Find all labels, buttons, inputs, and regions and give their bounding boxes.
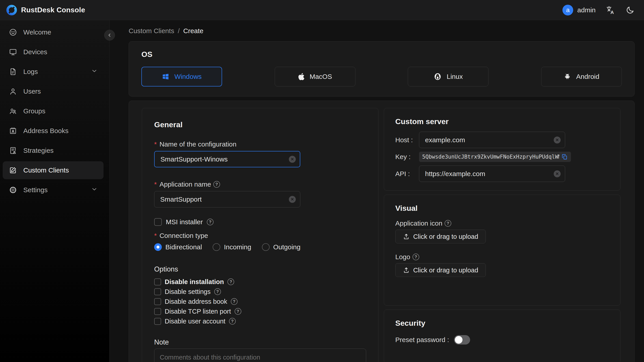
disable-installation-checkbox[interactable] <box>154 278 161 286</box>
clear-icon[interactable]: ✕ <box>554 136 561 143</box>
avatar[interactable]: a <box>562 5 573 16</box>
host-label: Host : <box>395 136 419 144</box>
sidebar-item-custom-clients[interactable]: Custom Clients <box>3 161 104 179</box>
language-icon[interactable]: A <box>606 5 615 15</box>
msi-installer-checkbox[interactable] <box>154 218 162 226</box>
sidebar-item-users[interactable]: Users <box>3 82 104 100</box>
application-name-label: * Application name ? <box>154 180 366 189</box>
visual-title: Visual <box>395 204 609 212</box>
os-title: OS <box>142 50 622 59</box>
os-button-android[interactable]: Android <box>541 67 622 86</box>
copy-icon[interactable] <box>561 153 568 160</box>
option-disable-settings: Disable settings ? <box>154 287 366 296</box>
application-icon-upload-button[interactable]: Click or drag to upload <box>395 230 486 244</box>
os-button-label: Android <box>576 73 599 80</box>
visual-section: Visual Application icon ? Click or drag … <box>384 195 620 306</box>
radio-icon[interactable] <box>262 243 270 251</box>
disable-address-book-checkbox[interactable] <box>154 298 161 305</box>
breadcrumb: Custom Clients / Create <box>128 26 634 36</box>
clear-icon[interactable]: ✕ <box>289 156 296 163</box>
api-input[interactable] <box>419 166 565 182</box>
linux-icon <box>434 72 442 81</box>
help-icon[interactable]: ? <box>214 288 221 295</box>
preset-password-toggle[interactable] <box>454 335 470 344</box>
help-icon[interactable]: ? <box>229 318 236 324</box>
option-disable-tcp-listen-port: Disable TCP listen port ? <box>154 306 366 316</box>
radio-bidirectional[interactable]: Bidirectional <box>154 243 202 251</box>
logo-label: Logo ? <box>395 252 609 262</box>
host-input[interactable] <box>419 132 565 148</box>
help-icon[interactable]: ? <box>213 181 220 188</box>
help-icon[interactable]: ? <box>412 254 419 260</box>
disable-settings-checkbox[interactable] <box>154 288 161 295</box>
disable-tcp-listen-port-checkbox[interactable] <box>154 308 161 315</box>
sidebar-item-label: Logs <box>23 68 38 76</box>
connection-type-options: Bidirectional Incoming Outgoing <box>154 243 366 251</box>
theme-toggle-icon[interactable] <box>625 5 635 15</box>
os-button-windows[interactable]: Windows <box>142 67 222 86</box>
sidebar-item-groups[interactable]: Groups <box>3 102 104 120</box>
document-icon <box>9 68 17 76</box>
msi-installer-row: MSI installer ? <box>154 218 366 226</box>
application-name-input[interactable] <box>154 191 300 208</box>
user-menu[interactable]: a admin <box>562 5 596 16</box>
clear-icon[interactable]: ✕ <box>554 170 561 177</box>
os-button-label: MacOS <box>310 73 332 80</box>
config-name-field: ✕ <box>154 151 300 167</box>
sidebar-item-label: Welcome <box>23 28 51 36</box>
connection-type-label: * Connection type <box>154 231 366 240</box>
required-marker: * <box>154 232 157 240</box>
radio-icon[interactable] <box>213 243 220 251</box>
upload-label: Click or drag to upload <box>413 266 478 274</box>
user-icon <box>9 87 17 96</box>
sidebar-item-address-books[interactable]: Address Books <box>3 122 104 140</box>
radio-icon[interactable] <box>154 243 162 251</box>
sidebar-item-welcome[interactable]: Welcome <box>3 23 104 41</box>
host-row: Host : ✕ <box>395 132 609 148</box>
brand: RustDesk Console <box>6 5 85 16</box>
help-icon[interactable]: ? <box>234 308 241 315</box>
sidebar-collapse-button[interactable] <box>104 30 115 40</box>
os-button-macos[interactable]: MacOS <box>275 67 356 86</box>
breadcrumb-parent[interactable]: Custom Clients <box>128 27 174 35</box>
help-icon[interactable]: ? <box>231 298 238 305</box>
monitor-icon <box>9 48 17 56</box>
right-column: Custom server Host : ✕ Key : 5Qbwsde3unU… <box>384 108 620 362</box>
apple-icon <box>298 72 305 81</box>
strategy-icon <box>9 146 17 154</box>
os-button-label: Linux <box>446 73 463 80</box>
sidebar-item-logs[interactable]: Logs <box>3 63 104 81</box>
os-button-linux[interactable]: Linux <box>408 67 488 86</box>
radio-outgoing[interactable]: Outgoing <box>262 243 300 251</box>
sidebar-item-settings[interactable]: Settings <box>3 181 104 199</box>
rustdesk-logo-icon <box>6 5 17 16</box>
config-name-input[interactable] <box>154 151 300 167</box>
smiley-icon <box>9 28 17 36</box>
note-textarea[interactable] <box>154 348 366 362</box>
security-section: Security Preset password : <box>384 310 620 362</box>
custom-server-section: Custom server Host : ✕ Key : 5Qbwsde3unU… <box>384 108 620 191</box>
preset-password-label: Preset password : <box>395 336 449 344</box>
key-row: Key : 5Qbwsde3unUcJBtrx9ZkvUmwFNoExHzpry… <box>395 152 609 162</box>
help-icon[interactable]: ? <box>228 278 234 285</box>
header-right: a admin A <box>562 5 635 16</box>
help-icon[interactable]: ? <box>444 220 451 227</box>
msi-installer-label: MSI installer <box>166 218 203 226</box>
sidebar-item-devices[interactable]: Devices <box>3 43 104 61</box>
users-group-icon <box>9 107 17 115</box>
username: admin <box>577 6 596 14</box>
help-icon[interactable]: ? <box>207 219 214 225</box>
clear-icon[interactable]: ✕ <box>289 196 296 203</box>
logo-upload-button[interactable]: Click or drag to upload <box>395 263 486 277</box>
os-card: OS Windows MacOS <box>128 41 634 96</box>
breadcrumb-current: Create <box>183 27 204 35</box>
application-name-field: ✕ <box>154 191 300 208</box>
sidebar-item-strategies[interactable]: Strategies <box>3 142 104 160</box>
config-name-label: * Name of the configuration <box>154 140 366 149</box>
preset-password-row: Preset password : <box>395 335 609 344</box>
disable-user-account-checkbox[interactable] <box>154 318 161 325</box>
android-icon <box>564 73 571 80</box>
security-title: Security <box>395 319 609 328</box>
option-disable-installation: Disable installation ? <box>154 277 366 287</box>
radio-incoming[interactable]: Incoming <box>213 243 251 251</box>
